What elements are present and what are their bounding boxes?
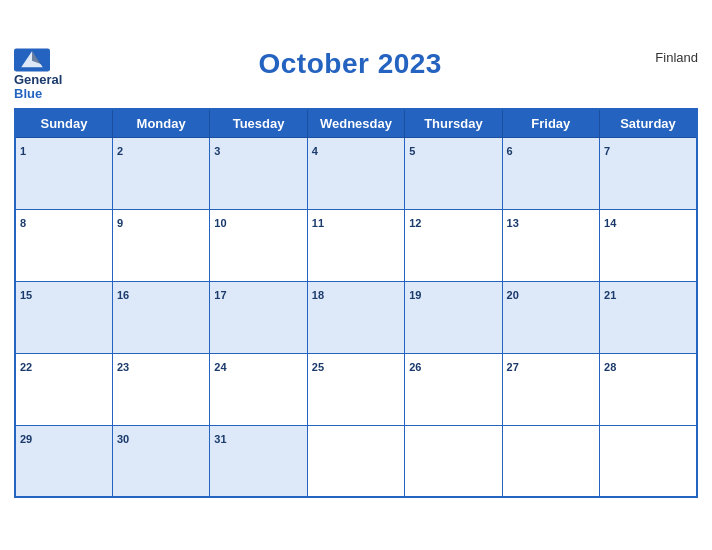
calendar-day-cell: 18 <box>307 281 404 353</box>
calendar-day-cell: 3 <box>210 137 307 209</box>
generalblue-logo-icon <box>14 48 50 72</box>
calendar-day-cell: 19 <box>405 281 502 353</box>
calendar-title: October 2023 <box>62 48 638 80</box>
day-number: 26 <box>409 361 421 373</box>
calendar-day-cell: 28 <box>600 353 697 425</box>
calendar-body: 1234567891011121314151617181920212223242… <box>15 137 697 497</box>
calendar-day-cell: 16 <box>112 281 209 353</box>
calendar-day-cell: 31 <box>210 425 307 497</box>
calendar-day-cell: 22 <box>15 353 112 425</box>
calendar-day-cell <box>307 425 404 497</box>
weekday-header-wednesday: Wednesday <box>307 109 404 138</box>
weekday-header-sunday: Sunday <box>15 109 112 138</box>
day-number: 22 <box>20 361 32 373</box>
calendar-week-row: 22232425262728 <box>15 353 697 425</box>
logo-blue-text: Blue <box>14 87 62 101</box>
calendar-week-row: 293031 <box>15 425 697 497</box>
day-number: 10 <box>214 217 226 229</box>
day-number: 8 <box>20 217 26 229</box>
day-number: 30 <box>117 433 129 445</box>
day-number: 3 <box>214 145 220 157</box>
day-number: 28 <box>604 361 616 373</box>
calendar-header: General Blue October 2023 Finland <box>14 48 698 102</box>
day-number: 7 <box>604 145 610 157</box>
calendar-day-cell: 5 <box>405 137 502 209</box>
calendar-thead: SundayMondayTuesdayWednesdayThursdayFrid… <box>15 109 697 138</box>
day-number: 1 <box>20 145 26 157</box>
calendar-day-cell <box>600 425 697 497</box>
calendar-day-cell: 12 <box>405 209 502 281</box>
calendar-week-row: 1234567 <box>15 137 697 209</box>
calendar-day-cell <box>405 425 502 497</box>
calendar-day-cell: 29 <box>15 425 112 497</box>
weekday-header-tuesday: Tuesday <box>210 109 307 138</box>
calendar-day-cell: 25 <box>307 353 404 425</box>
calendar-wrapper: General Blue October 2023 Finland Sunday… <box>0 38 712 512</box>
calendar-day-cell: 11 <box>307 209 404 281</box>
calendar-day-cell: 7 <box>600 137 697 209</box>
day-number: 29 <box>20 433 32 445</box>
calendar-day-cell: 15 <box>15 281 112 353</box>
calendar-day-cell: 17 <box>210 281 307 353</box>
calendar-day-cell: 13 <box>502 209 599 281</box>
day-number: 2 <box>117 145 123 157</box>
day-number: 9 <box>117 217 123 229</box>
calendar-week-row: 891011121314 <box>15 209 697 281</box>
calendar-day-cell: 21 <box>600 281 697 353</box>
weekday-header-friday: Friday <box>502 109 599 138</box>
day-number: 12 <box>409 217 421 229</box>
day-number: 19 <box>409 289 421 301</box>
day-number: 20 <box>507 289 519 301</box>
calendar-table: SundayMondayTuesdayWednesdayThursdayFrid… <box>14 108 698 499</box>
calendar-week-row: 15161718192021 <box>15 281 697 353</box>
day-number: 4 <box>312 145 318 157</box>
calendar-day-cell: 2 <box>112 137 209 209</box>
calendar-day-cell: 26 <box>405 353 502 425</box>
day-number: 6 <box>507 145 513 157</box>
day-number: 27 <box>507 361 519 373</box>
calendar-day-cell: 8 <box>15 209 112 281</box>
calendar-day-cell: 9 <box>112 209 209 281</box>
calendar-day-cell: 10 <box>210 209 307 281</box>
calendar-day-cell: 4 <box>307 137 404 209</box>
calendar-month-year: October 2023 <box>62 48 638 80</box>
calendar-day-cell: 30 <box>112 425 209 497</box>
calendar-day-cell: 27 <box>502 353 599 425</box>
day-number: 17 <box>214 289 226 301</box>
day-number: 15 <box>20 289 32 301</box>
logo-general-text: General <box>14 73 62 87</box>
calendar-day-cell <box>502 425 599 497</box>
calendar-day-cell: 20 <box>502 281 599 353</box>
weekday-header-saturday: Saturday <box>600 109 697 138</box>
day-number: 25 <box>312 361 324 373</box>
day-number: 24 <box>214 361 226 373</box>
day-number: 13 <box>507 217 519 229</box>
day-number: 11 <box>312 217 324 229</box>
calendar-day-cell: 6 <box>502 137 599 209</box>
day-number: 31 <box>214 433 226 445</box>
weekday-header-thursday: Thursday <box>405 109 502 138</box>
day-number: 16 <box>117 289 129 301</box>
calendar-day-cell: 23 <box>112 353 209 425</box>
day-number: 23 <box>117 361 129 373</box>
country-label: Finland <box>638 48 698 65</box>
weekday-header-monday: Monday <box>112 109 209 138</box>
day-number: 18 <box>312 289 324 301</box>
day-number: 21 <box>604 289 616 301</box>
calendar-day-cell: 24 <box>210 353 307 425</box>
calendar-day-cell: 14 <box>600 209 697 281</box>
day-number: 14 <box>604 217 616 229</box>
calendar-day-cell: 1 <box>15 137 112 209</box>
weekday-header-row: SundayMondayTuesdayWednesdayThursdayFrid… <box>15 109 697 138</box>
logo-area: General Blue <box>14 48 62 102</box>
day-number: 5 <box>409 145 415 157</box>
